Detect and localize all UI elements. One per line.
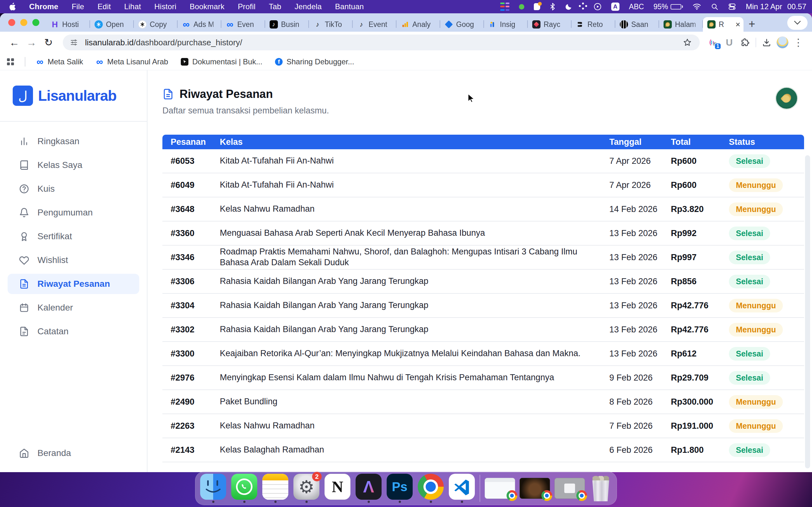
dock-app-notes[interactable]: [262, 474, 289, 503]
address-bar[interactable]: lisanularab.id/dashboard/purchase_histor…: [63, 35, 700, 50]
browser-tab[interactable]: Analy: [397, 17, 440, 32]
bookmark-4[interactable]: fSharing Debugger...: [275, 57, 354, 66]
browser-tab[interactable]: ∞Ads M: [177, 17, 221, 32]
control-center-icon[interactable]: [728, 2, 736, 11]
u-extension-icon[interactable]: U: [722, 36, 736, 49]
bookmark-3[interactable]: Dokumentasi | Buk...: [181, 57, 262, 66]
menubar-item-histori[interactable]: Histori: [154, 2, 176, 11]
back-button[interactable]: ←: [7, 35, 21, 50]
page-scrollbar[interactable]: [805, 155, 810, 468]
profile-avatar[interactable]: [776, 36, 789, 49]
table-row[interactable]: #3300Keajaiban Retorika Al-Qur’an: Menyi…: [162, 342, 804, 366]
browser-tab[interactable]: ∞Even: [221, 17, 265, 32]
brand[interactable]: ل Lisanularab: [0, 70, 147, 122]
table-row[interactable]: #3304Rahasia Kaidah Bilangan Arab Yang J…: [162, 294, 804, 318]
sidebar-item-wishlist[interactable]: Wishlist: [8, 250, 139, 270]
menubar-app-name[interactable]: Chrome: [29, 2, 58, 11]
browser-tab[interactable]: Goog: [440, 17, 484, 32]
close-window-button[interactable]: [8, 19, 15, 26]
bookmark-1[interactable]: ∞Meta Salik: [36, 57, 83, 66]
minimized-chrome-window-video[interactable]: [519, 478, 550, 499]
status-green-dot-icon[interactable]: [519, 2, 524, 11]
menubar-item-lihat[interactable]: Lihat: [124, 2, 141, 11]
bookmark-star-icon[interactable]: [681, 36, 694, 49]
reload-button[interactable]: ↻: [41, 35, 56, 50]
menubar-clock[interactable]: Min 12 Apr00.57: [746, 2, 806, 11]
menubar-item-jendela[interactable]: Jendela: [295, 2, 322, 11]
tab-close-icon[interactable]: ×: [735, 20, 740, 29]
minimized-chrome-window-light[interactable]: [485, 478, 515, 499]
dock-app-finder[interactable]: [200, 474, 226, 503]
table-row[interactable]: #3306Rahasia Kaidah Bilangan Arab Yang J…: [162, 270, 804, 294]
active-tab[interactable]: R×: [703, 17, 744, 32]
sidebar-item-beranda[interactable]: Beranda: [8, 443, 139, 463]
menubar-item-bookmark[interactable]: Bookmark: [190, 2, 224, 11]
table-row[interactable]: #3648Kelas Nahwu Ramadhan14 Feb 2026Rp3.…: [162, 198, 804, 222]
table-row[interactable]: #2976Menyingkap Esensi Kalam dalam Ilmu …: [162, 366, 804, 390]
browser-tab[interactable]: ♪Event: [353, 17, 397, 32]
apps-grid-icon[interactable]: [7, 58, 14, 65]
minimized-chrome-window-gray[interactable]: [554, 478, 585, 499]
browser-tab[interactable]: Open: [90, 17, 134, 32]
browser-tab[interactable]: ♪Busin: [265, 17, 309, 32]
notification-app-icon[interactable]: [534, 2, 540, 11]
browser-tab[interactable]: Reto: [571, 17, 615, 32]
sidebar-item-kalender[interactable]: Kalender: [8, 297, 139, 318]
dock-app-whatsapp[interactable]: [231, 474, 258, 503]
sidebar-item-sertifikat[interactable]: Sertifikat: [8, 226, 139, 246]
minimize-window-button[interactable]: [20, 19, 27, 26]
dock-app-arc[interactable]: Λ: [355, 474, 382, 503]
table-row[interactable]: #2490Paket Bundling8 Feb 2026Rp300.000Me…: [162, 390, 804, 414]
bluetooth-icon[interactable]: [550, 2, 555, 11]
sidebar-item-kelas-saya[interactable]: Kelas Saya: [8, 155, 139, 175]
site-settings-icon[interactable]: [67, 36, 81, 49]
sidebar-item-kuis[interactable]: Kuis: [8, 179, 139, 199]
sidebar-item-ringkasan[interactable]: Ringkasan: [8, 131, 139, 152]
browser-tab[interactable]: Copy: [134, 17, 177, 32]
table-row[interactable]: #6053Kitab At-Tufahah Fii An-Nahwi7 Apr …: [162, 149, 804, 173]
zoom-window-button[interactable]: [32, 19, 39, 26]
browser-tab[interactable]: HHosti: [46, 17, 90, 32]
menubar-item-bantuan[interactable]: Bantuan: [335, 2, 364, 11]
wifi-icon[interactable]: [693, 2, 701, 11]
downloads-icon[interactable]: [760, 36, 773, 49]
sidebar-item-riwayat-pesanan[interactable]: Riwayat Pesanan: [8, 274, 139, 294]
sidebar-item-catatan[interactable]: Catatan: [8, 321, 139, 342]
url-text[interactable]: lisanularab.id/dashboard/purchase_histor…: [85, 38, 242, 48]
dock-app-settings[interactable]: ⚙2: [293, 474, 320, 503]
browser-tab[interactable]: Halam: [659, 17, 703, 32]
browser-tab[interactable]: Saan: [615, 17, 659, 32]
extensions-puzzle-icon[interactable]: [739, 36, 752, 49]
new-tab-button[interactable]: +: [749, 18, 755, 30]
trash-icon[interactable]: [589, 475, 612, 501]
bookmark-2[interactable]: ∞Meta Lisanul Arab: [96, 57, 168, 66]
table-row[interactable]: #2263Kelas Nahwu Ramadhan7 Feb 2026Rp191…: [162, 414, 804, 438]
browser-tab[interactable]: Insig: [484, 17, 528, 32]
menubar-item-tab[interactable]: Tab: [269, 2, 281, 11]
browser-tab[interactable]: Rayc: [528, 17, 571, 32]
dock-app-vscode[interactable]: [449, 474, 475, 503]
table-row[interactable]: #3302Rahasia Kaidah Bilangan Arab Yang J…: [162, 318, 804, 342]
menubar-item-edit[interactable]: Edit: [97, 2, 111, 11]
dock-app-notion[interactable]: N: [324, 474, 351, 503]
browser-tab[interactable]: ♪TikTo: [309, 17, 353, 32]
focus-moon-icon[interactable]: [565, 2, 572, 11]
table-row[interactable]: #3360Menguasai Bahasa Arab Seperti Anak …: [162, 222, 804, 245]
input-source-label[interactable]: ABC: [629, 3, 644, 11]
chrome-menu-icon[interactable]: ⋮: [792, 36, 805, 49]
extension-signal-icon[interactable]: 1: [707, 36, 720, 49]
input-method-icon[interactable]: A: [611, 3, 619, 11]
stats-widget-icon[interactable]: [500, 2, 509, 11]
menubar-item-file[interactable]: File: [72, 2, 84, 11]
forward-button[interactable]: →: [24, 35, 39, 50]
spotlight-search-icon[interactable]: [711, 2, 718, 11]
media-play-icon[interactable]: [594, 2, 602, 11]
battery-indicator[interactable]: 95%: [653, 3, 683, 11]
dots-status-icon[interactable]: [582, 2, 584, 11]
apple-logo-icon[interactable]: [9, 2, 16, 11]
tab-search-button[interactable]: [787, 16, 808, 30]
sidebar-item-pengumuman[interactable]: Pengumuman: [8, 203, 139, 223]
table-row[interactable]: #6049Kitab At-Tufahah Fii An-Nahwi7 Apr …: [162, 173, 804, 198]
table-row[interactable]: #3346Roadmap Praktis Memahami Nahwu, Sho…: [162, 245, 804, 270]
menubar-item-profil[interactable]: Profil: [238, 2, 256, 11]
